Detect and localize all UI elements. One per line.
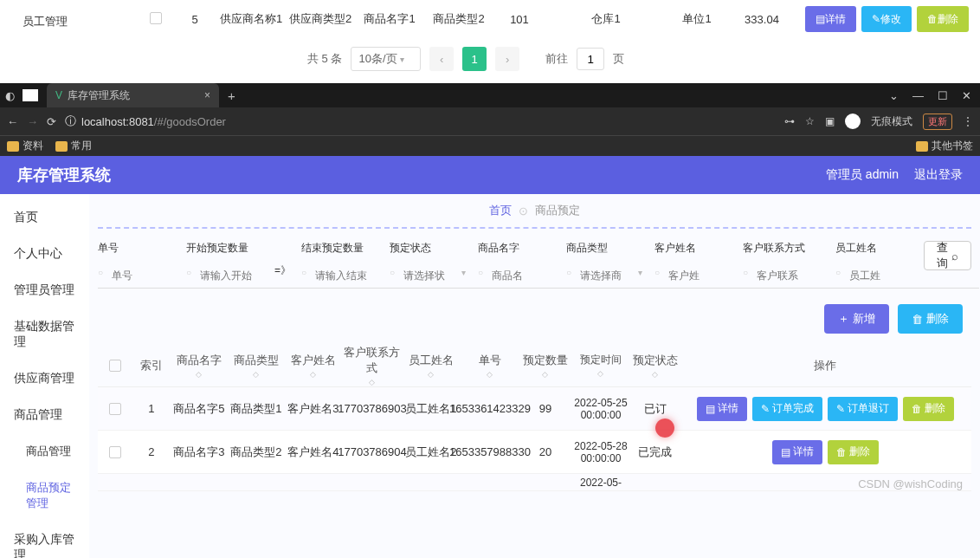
close-tab-icon[interactable]: × (204, 89, 210, 101)
select-all-checkbox[interactable] (109, 360, 121, 372)
cell-order: 1653357988330 (460, 445, 520, 458)
filter-status-label: 预定状态 (390, 241, 467, 256)
goto-page-input[interactable] (577, 48, 604, 70)
th-order[interactable]: 单号◇ (460, 353, 520, 379)
page-size-select[interactable]: 10条/页 ▾ (351, 47, 421, 71)
th-phone[interactable]: 客户联系方式◇ (342, 345, 403, 386)
cell-qty: 99 (520, 402, 571, 415)
tab-title: 库存管理系统 (68, 88, 130, 103)
row-checkbox[interactable] (150, 12, 162, 24)
incognito-label: 无痕模式 (871, 114, 912, 129)
panel-icon[interactable]: ▣ (825, 115, 835, 127)
detail-button[interactable]: ▤ 详情 (805, 6, 856, 32)
cell-idx: 5 (173, 13, 216, 26)
th-time[interactable]: 预定时间◇ (571, 353, 631, 378)
cell-price: 333.04 (727, 13, 796, 26)
th-name[interactable]: 商品名字◇ (171, 353, 228, 379)
cell-qty: 20 (520, 445, 571, 458)
info-icon[interactable]: ⓘ (65, 114, 76, 129)
row-checkbox[interactable] (109, 403, 121, 415)
row-delete-button[interactable]: 🗑 删除 (903, 397, 954, 421)
menu-icon[interactable]: ⋮ (963, 115, 973, 127)
row-delete-button[interactable]: 🗑 删除 (828, 440, 879, 464)
sidebar-item-purchase[interactable]: 采购入库管理 (0, 522, 89, 558)
sidebar-item-profile[interactable]: 个人中心 (0, 236, 89, 272)
bookmark-common[interactable]: 常用 (55, 139, 92, 153)
edit-button[interactable]: ✎ 修改 (861, 6, 912, 32)
bookmark-other[interactable]: 其他书签 (916, 139, 973, 153)
cell-unit: 单位1 (667, 11, 727, 27)
cell-supplier-name: 供应商名称1 (216, 11, 286, 27)
row-checkbox[interactable] (109, 446, 121, 458)
star-icon[interactable]: ☆ (805, 115, 815, 127)
delete-button[interactable]: 🗑 删除 (917, 6, 969, 32)
page-1-button[interactable]: 1 (462, 47, 487, 71)
th-status[interactable]: 预定状态◇ (631, 353, 680, 379)
close-icon[interactable]: ✕ (962, 89, 971, 102)
bulk-delete-button[interactable]: 🗑 删除 (898, 304, 963, 334)
cell-status: 已订 (631, 401, 680, 417)
crumb-current: 商品预定 (535, 203, 580, 218)
add-button[interactable]: ＋ 新增 (824, 304, 889, 334)
cell-type: 商品类型2 (228, 444, 285, 460)
th-emp[interactable]: 员工姓名◇ (403, 353, 460, 379)
minimize-icon[interactable]: — (912, 89, 924, 102)
filter-startqty-label: 开始预定数量 (186, 241, 264, 256)
cell-time: 2022-05-28 00:00:00 (571, 440, 631, 464)
cell-phone: 17703786904 (342, 445, 403, 458)
logout-link[interactable]: 退出登录 (914, 167, 963, 183)
row-detail-button[interactable]: ▤ 详情 (697, 397, 747, 421)
app-header: 库存管理系统 管理员 admin 退出登录 (0, 156, 980, 194)
sidebar: 首页 个人中心 管理员管理 基础数据管理 供应商管理 商品管理 商品管理 商品预… (0, 194, 89, 558)
cell-time: 2022-05-25 00:00:00 (571, 397, 631, 421)
th-qty[interactable]: 预定数量◇ (520, 353, 571, 379)
row-cancel-button[interactable]: ✎ 订单退订 (828, 397, 898, 421)
bookmark-data[interactable]: 资料 (7, 139, 43, 153)
next-page-button[interactable]: › (495, 47, 519, 71)
top-table-row: 5 供应商名称1 供应商类型2 商品名字1 商品类型2 101 仓库1 单位1 … (139, 0, 971, 38)
prev-page-button[interactable]: ‹ (429, 47, 454, 71)
watermark: CSDN @wishCoding (858, 477, 963, 490)
th-cust[interactable]: 客户姓名◇ (285, 353, 342, 379)
th-type[interactable]: 商品类型◇ (228, 353, 285, 379)
filter-order-label: 单号 (98, 241, 176, 256)
sidebar-sub-goods-order[interactable]: 商品预定管理 (0, 470, 89, 522)
sidebar-item-goods[interactable]: 商品管理 (0, 397, 89, 433)
cell-idx: 2 (132, 445, 171, 458)
incognito-avatar-icon[interactable] (845, 114, 861, 129)
cell-name: 商品名字5 (171, 401, 228, 417)
cell-cust: 客户姓名4 (285, 444, 342, 460)
row-complete-button[interactable]: ✎ 订单完成 (752, 397, 822, 421)
crumb-home[interactable]: 首页 (489, 203, 512, 218)
filter-goods-name-label: 商品名字 (478, 241, 556, 256)
user-label[interactable]: 管理员 admin (826, 167, 899, 183)
th-op: 操作 (680, 351, 971, 380)
sidebar-item-home[interactable]: 首页 (0, 199, 89, 236)
data-table: 索引 商品名字◇ 商品类型◇ 客户姓名◇ 客户联系方式◇ 员工姓名◇ 单号◇ 预… (98, 344, 971, 491)
chevron-down-icon[interactable]: ⌄ (889, 89, 899, 102)
sidebar-item-basedata[interactable]: 基础数据管理 (0, 308, 89, 360)
th-idx[interactable]: 索引 (132, 358, 171, 373)
key-icon[interactable]: ⊶ (784, 115, 795, 127)
cell-type: 商品类型1 (228, 401, 285, 417)
sidebar-item-admin[interactable]: 管理员管理 (0, 272, 89, 308)
row-detail-button[interactable]: ▤ 详情 (772, 440, 822, 464)
vue-icon: V (55, 89, 62, 101)
back-icon[interactable]: ← (7, 115, 18, 128)
app-menu-icon[interactable]: ◐ (0, 89, 19, 102)
browser-tab[interactable]: V 库存管理系统 × (47, 83, 219, 107)
cell-time: 2022-05- (571, 477, 631, 489)
filter-cust-phone-label: 客户联系方式 (743, 241, 825, 256)
table-row: 2 商品名字3 商品类型2 客户姓名4 17703786904 员工姓名2 16… (98, 431, 971, 474)
sidebar-item-supplier[interactable]: 供应商管理 (0, 360, 89, 397)
reload-icon[interactable]: ⟳ (47, 115, 56, 128)
address-bar[interactable]: ⓘ localhost:8081/#/goodsOrder (65, 114, 776, 129)
maximize-icon[interactable]: ☐ (938, 89, 948, 102)
filter-emp-name-input[interactable] (835, 263, 979, 289)
sidebar-sub-goods-manage[interactable]: 商品管理 (0, 433, 89, 470)
forward-icon[interactable]: → (27, 115, 38, 128)
goto-suffix: 页 (613, 51, 624, 67)
top-sidebar-item[interactable]: 员工管理 (9, 0, 139, 83)
update-button[interactable]: 更新 (923, 114, 952, 130)
new-tab-button[interactable]: + (228, 88, 235, 103)
